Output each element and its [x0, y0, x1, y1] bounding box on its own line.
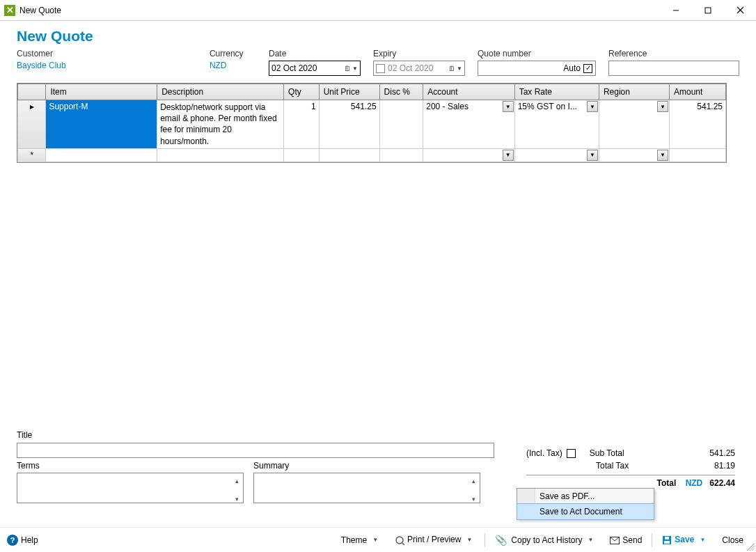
content-area: New Quote Customer Bayside Club Currency…: [0, 21, 756, 163]
cell-account[interactable]: 200 - Sales ▼: [423, 100, 514, 149]
col-disc[interactable]: Disc %: [379, 84, 423, 100]
chevron-down-icon: ▼: [697, 537, 708, 543]
title-input[interactable]: [17, 443, 494, 458]
cell-disc[interactable]: [379, 100, 423, 149]
summary-textarea[interactable]: [253, 473, 480, 503]
cell-region[interactable]: ▼: [599, 100, 669, 149]
send-button[interactable]: Send: [604, 533, 647, 548]
dropdown-icon[interactable]: ▼: [587, 101, 598, 112]
cell-unit-price[interactable]: 541.25: [319, 100, 379, 149]
copy-to-act-history-button[interactable]: 📎 Copy to Act History ▼: [489, 532, 601, 549]
col-amount[interactable]: Amount: [670, 84, 726, 100]
cell-account-value: 200 - Sales: [426, 102, 468, 111]
line-items-grid: Item Description Qty Unit Price Disc % A…: [17, 83, 727, 163]
resize-grip[interactable]: [745, 541, 755, 551]
cell-item[interactable]: Support-M: [46, 100, 157, 149]
incl-tax-checkbox[interactable]: [567, 449, 576, 458]
cell-description[interactable]: [157, 148, 284, 161]
expiry-input[interactable]: 02 Oct 2020 🗓 ▼: [373, 61, 465, 76]
currency-link[interactable]: NZD: [210, 61, 256, 70]
dropdown-icon[interactable]: ▼: [587, 150, 598, 161]
currency-label: Currency: [210, 49, 256, 58]
cell-account[interactable]: ▼: [423, 148, 514, 161]
terms-textarea[interactable]: [17, 473, 244, 503]
customer-link[interactable]: Bayside Club: [17, 61, 197, 70]
terms-label: Terms: [17, 461, 244, 471]
svg-rect-8: [664, 541, 670, 544]
col-account[interactable]: Account: [423, 84, 514, 100]
cell-tax-rate[interactable]: 15% GST on I... ▼: [514, 100, 599, 149]
app-icon: ✕: [4, 5, 15, 16]
reference-label: Reference: [608, 49, 739, 58]
quote-number-label: Quote number: [478, 49, 596, 58]
date-input[interactable]: 02 Oct 2020 🗓 ▼: [269, 61, 361, 76]
col-region[interactable]: Region: [599, 84, 669, 100]
cell-unit-price[interactable]: [319, 148, 379, 161]
expiry-checkbox[interactable]: [376, 64, 385, 73]
table-row-new[interactable]: * ▼ ▼ ▼: [18, 148, 726, 161]
sub-total-label: Sub Total: [576, 448, 710, 458]
theme-button[interactable]: Theme ▼: [336, 533, 386, 548]
menu-save-to-act-document[interactable]: Save to Act Document: [517, 503, 654, 520]
col-tax-rate[interactable]: Tax Rate: [514, 84, 599, 100]
header-fields: Customer Bayside Club Currency NZD Date …: [17, 49, 739, 76]
svg-point-4: [396, 537, 403, 544]
minimize-button[interactable]: [660, 0, 692, 21]
print-preview-label: Print / Preview: [407, 535, 461, 544]
dropdown-icon[interactable]: ▼: [657, 150, 668, 161]
cell-tax-rate[interactable]: ▼: [514, 148, 599, 161]
grid-corner: [18, 84, 46, 100]
footer-toolbar: ? Help Theme ▼ Print / Preview ▼ 📎 Copy …: [0, 527, 756, 552]
mail-icon: [610, 535, 620, 545]
save-label: Save: [675, 535, 694, 544]
customer-label: Customer: [17, 49, 197, 58]
new-row-indicator: *: [18, 148, 46, 161]
cell-region[interactable]: ▼: [599, 148, 669, 161]
theme-label: Theme: [341, 535, 367, 545]
menu-save-as-pdf[interactable]: Save as PDF...: [517, 489, 654, 504]
cell-qty[interactable]: 1: [284, 100, 320, 149]
reference-input[interactable]: [608, 61, 739, 76]
col-unit-price[interactable]: Unit Price: [319, 84, 379, 100]
date-value: 02 Oct 2020: [271, 63, 317, 73]
dropdown-icon[interactable]: ▼: [503, 101, 514, 112]
auto-checkbox[interactable]: [583, 64, 592, 73]
page-title: New Quote: [17, 28, 739, 45]
maximize-button[interactable]: [692, 0, 724, 21]
total-tax-label: Total Tax: [526, 461, 714, 471]
title-label: Title: [17, 430, 497, 440]
calendar-icon: 🗓: [344, 65, 351, 72]
col-item[interactable]: Item: [46, 84, 157, 100]
close-link[interactable]: Close: [716, 533, 749, 548]
title-bar: ✕ New Quote: [0, 0, 756, 21]
scroll-down-icon[interactable]: ▾: [472, 496, 479, 503]
cell-qty[interactable]: [284, 148, 320, 161]
quote-number-input[interactable]: Auto: [478, 61, 596, 76]
dropdown-icon[interactable]: ▼: [503, 150, 514, 161]
save-icon: [662, 535, 672, 545]
cell-amount[interactable]: 541.25: [670, 100, 726, 149]
help-link[interactable]: Help: [21, 535, 38, 545]
cell-item[interactable]: [46, 148, 157, 161]
print-icon: [395, 535, 404, 545]
cell-amount[interactable]: [670, 148, 726, 161]
table-row[interactable]: ▸ Support-M Desktop/network support via …: [18, 100, 726, 149]
svg-line-5: [402, 543, 404, 545]
cell-disc[interactable]: [379, 148, 423, 161]
save-button[interactable]: Save ▼: [656, 532, 714, 548]
cell-description[interactable]: Desktop/network support via email & phon…: [157, 100, 284, 149]
chevron-down-icon: ▼: [370, 537, 381, 543]
total-value: 622.44: [709, 478, 735, 488]
scroll-up-icon[interactable]: ▴: [235, 478, 242, 484]
scroll-up-icon[interactable]: ▴: [472, 478, 479, 484]
scroll-down-icon[interactable]: ▾: [235, 496, 242, 503]
col-description[interactable]: Description: [157, 84, 284, 100]
save-menu-popup: Save as PDF... Save to Act Document: [517, 488, 654, 520]
close-button[interactable]: [724, 0, 756, 21]
print-preview-button[interactable]: Print / Preview ▼: [389, 532, 480, 548]
col-qty[interactable]: Qty: [284, 84, 320, 100]
dropdown-icon[interactable]: ▼: [657, 101, 668, 112]
row-indicator: ▸: [18, 100, 46, 149]
sub-total-value: 541.25: [709, 448, 735, 458]
close-label: Close: [722, 535, 743, 545]
